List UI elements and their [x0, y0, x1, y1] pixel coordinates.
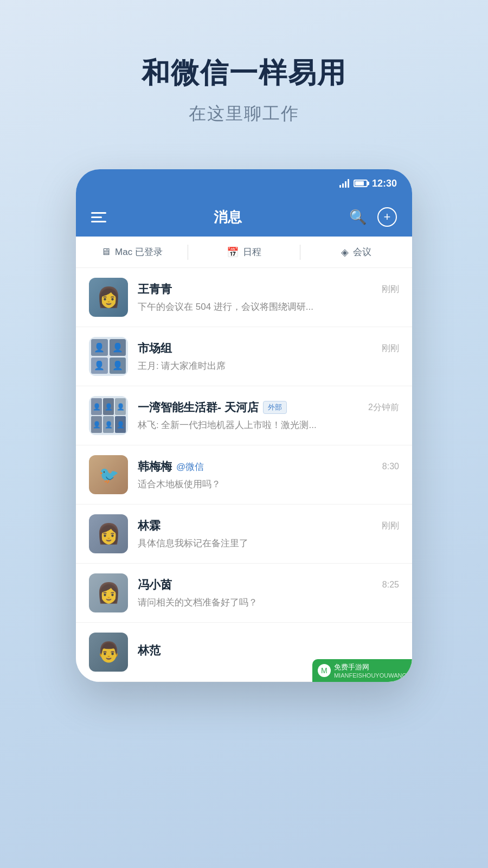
chat-item-2[interactable]: 👤 👤 👤 👤 市场组 刚刚 王月: 请大家准时出席 [76, 327, 412, 386]
meeting-icon: ◈ [341, 246, 349, 258]
chat-content-2: 市场组 刚刚 王月: 请大家准时出席 [138, 341, 399, 372]
chat-top-6: 冯小茵 8:25 [138, 577, 399, 592]
chat-item-3[interactable]: 👤 👤 👤 👤 👤 👤 一湾智能生活群- 天河店 外部 2分钟前 林飞: 全新 [76, 386, 412, 445]
chat-time-4: 8:30 [382, 462, 399, 471]
person-silhouette-6: 👩 [89, 573, 128, 612]
add-icon[interactable]: + [377, 207, 397, 227]
grid-cell-2: 👤 [110, 339, 126, 356]
wechat-tag-4: @微信 [176, 461, 204, 473]
external-badge-3: 外部 [263, 401, 287, 414]
chat-top-5: 林霖 刚刚 [138, 518, 399, 533]
chat-name-row-3: 一湾智能生活群- 天河店 外部 [138, 400, 287, 415]
chat-name-row-4: 韩梅梅 @微信 [138, 459, 204, 474]
group-avatar-4: 👤 👤 👤 👤 [89, 337, 128, 376]
menu-icon[interactable] [91, 212, 106, 222]
chat-content-5: 林霖 刚刚 具体信息我标记在备注里了 [138, 518, 399, 550]
chat-item-5[interactable]: 👩 林霖 刚刚 具体信息我标记在备注里了 [76, 505, 412, 564]
status-bar: 12:30 [76, 169, 412, 197]
signal-icon [339, 179, 349, 188]
chat-name-5: 林霖 [138, 518, 160, 533]
chat-top-3: 一湾智能生活群- 天河店 外部 2分钟前 [138, 400, 399, 415]
chat-item-4[interactable]: 🐦 韩梅梅 @微信 8:30 适合木地板使用吗？ [76, 445, 412, 505]
chat-content-4: 韩梅梅 @微信 8:30 适合木地板使用吗？ [138, 459, 399, 490]
status-time: 12:30 [372, 178, 397, 189]
chat-preview-6: 请问相关的文档准备好了吗？ [138, 596, 399, 609]
chat-name-2: 市场组 [138, 341, 172, 356]
search-icon[interactable]: 🔍 [349, 209, 367, 226]
headline-area: 和微信一样易用 在这里聊工作 [142, 54, 346, 126]
grid-cell-1: 👤 [91, 339, 108, 356]
avatar-5: 👩 [89, 514, 128, 553]
chat-item-1[interactable]: 👩 王青青 刚刚 下午的会议在 504 进行，会议将围绕调研... [76, 268, 412, 327]
chat-top-2: 市场组 刚刚 [138, 341, 399, 356]
chat-time-6: 8:25 [382, 580, 399, 590]
chat-preview-5: 具体信息我标记在备注里了 [138, 537, 399, 550]
person-silhouette-5: 👩 [89, 514, 128, 553]
menu-line-3 [91, 221, 106, 222]
nav-schedule-label: 日程 [243, 246, 261, 258]
chat-preview-1: 下午的会议在 504 进行，会议将围绕调研... [138, 301, 399, 313]
grid-cell-6-2: 👤 [103, 398, 114, 415]
chat-content-6: 冯小茵 8:25 请问相关的文档准备好了吗？ [138, 577, 399, 609]
header-right: 🔍 + [349, 207, 397, 227]
headline-main: 和微信一样易用 [142, 54, 346, 92]
chat-name-3: 一湾智能生活群- 天河店 [138, 400, 259, 415]
status-icons: 12:30 [339, 178, 397, 189]
person-silhouette-1: 👩 [89, 278, 128, 317]
chat-name-4: 韩梅梅 [138, 459, 172, 474]
grid-cell-6-1: 👤 [91, 398, 102, 415]
chat-top-1: 王青青 刚刚 [138, 282, 399, 297]
nav-item-meeting[interactable]: ◈ 会议 [300, 246, 412, 258]
nav-mac-label: Mac 已登录 [115, 246, 163, 258]
chat-preview-3: 林飞: 全新一代扫地机器人上市啦！激光测... [138, 419, 399, 431]
mac-icon: 🖥 [101, 246, 111, 258]
nav-meeting-label: 会议 [353, 246, 371, 258]
chat-top-4: 韩梅梅 @微信 8:30 [138, 459, 399, 474]
chat-time-1: 刚刚 [382, 284, 399, 295]
quick-nav-bar: 🖥 Mac 已登录 📅 日程 ◈ 会议 [76, 237, 412, 268]
chat-content-3: 一湾智能生活群- 天河店 外部 2分钟前 林飞: 全新一代扫地机器人上市啦！激光… [138, 400, 399, 431]
avatar-3: 👤 👤 👤 👤 👤 👤 [89, 396, 128, 435]
watermark-content: 免费手游网 MIANFEISHOUYOUWANG [334, 662, 407, 679]
grid-cell-6-4: 👤 [91, 416, 102, 433]
chat-preview-2: 王月: 请大家准时出席 [138, 360, 399, 372]
watermark-main-text: 免费手游网 [334, 662, 407, 672]
grid-cell-6-3: 👤 [115, 398, 126, 415]
chat-time-5: 刚刚 [382, 520, 399, 532]
avatar-1: 👩 [89, 278, 128, 317]
grid-cell-3: 👤 [91, 358, 108, 374]
chat-time-3: 2分钟前 [368, 402, 399, 413]
schedule-icon: 📅 [227, 246, 239, 258]
chat-name-7: 林范 [138, 643, 160, 658]
app-header: 消息 🔍 + [76, 197, 412, 237]
watermark-icon: M [318, 664, 331, 677]
menu-line-2 [91, 216, 102, 218]
chat-preview-4: 适合木地板使用吗？ [138, 478, 399, 490]
watermark: M 免费手游网 MIANFEISHOUYOUWANG [312, 659, 412, 682]
chat-content-1: 王青青 刚刚 下午的会议在 504 进行，会议将围绕调研... [138, 282, 399, 313]
avatar-2: 👤 👤 👤 👤 [89, 337, 128, 376]
chat-name-6: 冯小茵 [138, 577, 172, 592]
nav-item-mac[interactable]: 🖥 Mac 已登录 [76, 246, 188, 258]
grid-cell-6-5: 👤 [103, 416, 114, 433]
menu-line-1 [91, 212, 106, 214]
watermark-sub-text: MIANFEISHOUYOUWANG [334, 672, 407, 679]
chat-list: 👩 王青青 刚刚 下午的会议在 504 进行，会议将围绕调研... 👤 👤 👤 … [76, 268, 412, 682]
person-silhouette-4: 🐦 [89, 455, 128, 494]
nav-item-schedule[interactable]: 📅 日程 [188, 246, 300, 258]
group-avatar-6: 👤 👤 👤 👤 👤 👤 [89, 396, 128, 435]
grid-cell-6-6: 👤 [115, 416, 126, 433]
chat-time-2: 刚刚 [382, 343, 399, 354]
chat-name-1: 王青青 [138, 282, 172, 297]
grid-cell-4: 👤 [110, 358, 126, 374]
chat-top-7: 林范 [138, 643, 399, 658]
battery-icon [354, 180, 368, 187]
chat-item-6[interactable]: 👩 冯小茵 8:25 请问相关的文档准备好了吗？ [76, 564, 412, 623]
phone-mockup: 12:30 消息 🔍 + 🖥 Mac 已登录 📅 日程 ◈ 会议 [76, 169, 412, 682]
headline-sub: 在这里聊工作 [142, 102, 346, 126]
person-silhouette-7: 👨 [89, 633, 128, 672]
avatar-7: 👨 [89, 633, 128, 672]
avatar-6: 👩 [89, 573, 128, 612]
avatar-4: 🐦 [89, 455, 128, 494]
header-title: 消息 [214, 208, 242, 227]
